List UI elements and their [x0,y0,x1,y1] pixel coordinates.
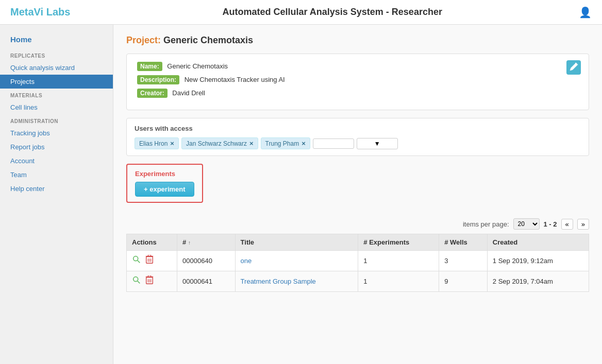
add-experiment-button[interactable]: + experiment [135,182,194,197]
user-tag-name-0: Elias Hron [139,140,168,147]
col-header-number[interactable]: # ↑ [177,234,236,251]
table-header-row: Actions # ↑ Title # Experiments # Wells … [127,234,589,251]
sidebar-item-projects[interactable]: Projects [0,75,113,89]
row-created-1: 2 Sep 2019, 7:04am [487,271,589,292]
row-experiments-0: 1 [358,251,439,271]
view-icon-1[interactable] [132,275,141,287]
field-creator: Creator: David Drell [137,89,578,98]
sidebar-section-materials: MATERIALS [0,89,113,100]
delete-icon-0[interactable] [145,255,154,267]
sidebar-section-administration: ADMINISTRATION [0,114,113,126]
row-created-0: 1 Sep 2019, 9:12am [487,251,589,271]
project-info-box: Name: Generic Chemotaxis Description: Ne… [126,54,589,110]
logo[interactable]: MetaVi Labs [10,6,70,18]
user-tag-name-2: Trung Pham [265,140,299,147]
creator-label: Creator: [137,89,168,98]
users-with-access-box: Users with access Elias Hron × Jan Schwa… [126,118,589,156]
user-icon[interactable]: 👤 [579,6,592,19]
main-content: Project: Generic Chemotaxis Name: Generi… [113,25,602,364]
main-layout: Home REPLICATES Quick analysis wizard Pr… [0,25,602,364]
experiments-table: Actions # ↑ Title # Experiments # Wells … [126,234,589,292]
row-title-0[interactable]: one [235,251,358,271]
users-with-access-title: Users with access [135,125,581,132]
edit-icon[interactable] [566,60,581,78]
row-wells-0: 3 [439,251,488,271]
col-header-experiments: # Experiments [358,234,439,251]
page-title-name: Generic Chemotaxis [163,35,253,45]
pagination-next-button[interactable]: » [577,219,589,230]
description-label: Description: [137,75,179,84]
items-per-page-label: items per page: [463,220,509,228]
row-title-link-0[interactable]: one [241,257,252,265]
user-tag-remove-0[interactable]: × [170,140,174,147]
users-dropdown-btn[interactable]: ▼ [357,138,398,149]
field-description: Description: New Chemotaxis Tracker usin… [137,75,578,84]
sidebar-item-team[interactable]: Team [0,168,113,182]
user-tag-remove-1[interactable]: × [249,140,254,147]
sidebar-section-replicates: REPLICATES [0,49,113,61]
pagination-range: 1 - 2 [544,220,557,228]
users-tags-container: Elias Hron × Jan Schwarz Schwarz × Trung… [135,137,581,149]
field-name: Name: Generic Chemotaxis [137,62,578,71]
user-tag-0[interactable]: Elias Hron × [135,137,179,149]
user-tag-remove-2[interactable]: × [302,140,306,147]
sidebar-item-account[interactable]: Account [0,154,113,168]
sidebar-item-help-center[interactable]: Help center [0,182,113,196]
row-title-link-1[interactable]: Treatment Group Sample [241,278,316,285]
row-wells-1: 9 [439,271,488,292]
sidebar-item-report-jobs[interactable]: Report jobs [0,140,113,154]
delete-icon-1[interactable] [145,275,154,287]
col-header-created: Created [487,234,589,251]
svg-line-2 [138,261,140,263]
svg-point-9 [133,277,138,282]
user-tag-1[interactable]: Jan Schwarz Schwarz × [181,137,258,149]
logo-metavi: MetaVi [10,6,43,18]
svg-point-1 [133,256,138,261]
header: MetaVi Labs Automated Cellular Analysis … [0,0,602,25]
sort-arrow-number: ↑ [188,240,191,246]
table-row: 00000641 Treatment Group Sample 1 9 2 Se… [127,271,589,292]
name-value: Generic Chemotaxis [167,62,228,70]
pagination-prev-button[interactable]: « [561,219,573,230]
user-tag-2[interactable]: Trung Pham × [261,137,310,149]
pagination-row: items per page: 20 10 50 100 1 - 2 « » [126,218,589,230]
table-row: 00000640 one 1 3 1 Sep 2019, 9:12am [127,251,589,271]
logo-labs: Labs [43,6,70,18]
col-header-actions: Actions [127,234,177,251]
row-actions-1 [127,271,177,292]
sidebar-item-home[interactable]: Home [0,32,113,49]
row-experiments-1: 1 [358,271,439,292]
sidebar-item-cell-lines[interactable]: Cell lines [0,100,113,114]
row-number-0: 00000640 [177,251,236,271]
experiments-label: Experiments [135,170,194,178]
creator-value: David Drell [172,89,205,97]
page-header-title: Automated Cellular Analysis System - Res… [86,7,579,18]
view-icon-0[interactable] [132,255,141,267]
sidebar: Home REPLICATES Quick analysis wizard Pr… [0,25,113,364]
sidebar-item-tracking-jobs[interactable]: Tracking jobs [0,126,113,140]
experiments-wrapper: Experiments + experiment [126,164,589,211]
users-search-input[interactable] [313,138,354,149]
experiments-section: Experiments + experiment [126,164,203,203]
page-title: Project: Generic Chemotaxis [126,35,589,46]
row-number-1: 00000641 [177,271,236,292]
page-title-prefix: Project: [126,35,161,45]
row-title-1[interactable]: Treatment Group Sample [235,271,358,292]
col-header-title: Title [235,234,358,251]
sidebar-item-quick-analysis-wizard[interactable]: Quick analysis wizard [0,61,113,75]
svg-line-10 [138,281,140,284]
description-value: New Chemotaxis Tracker using AI [185,76,285,83]
svg-rect-5 [148,255,150,256]
svg-rect-13 [148,275,150,277]
items-per-page-select[interactable]: 20 10 50 100 [513,218,540,230]
col-header-wells: # Wells [439,234,488,251]
name-label: Name: [137,62,162,71]
user-tag-name-1: Jan Schwarz Schwarz [186,140,247,147]
row-actions-0 [127,251,177,271]
